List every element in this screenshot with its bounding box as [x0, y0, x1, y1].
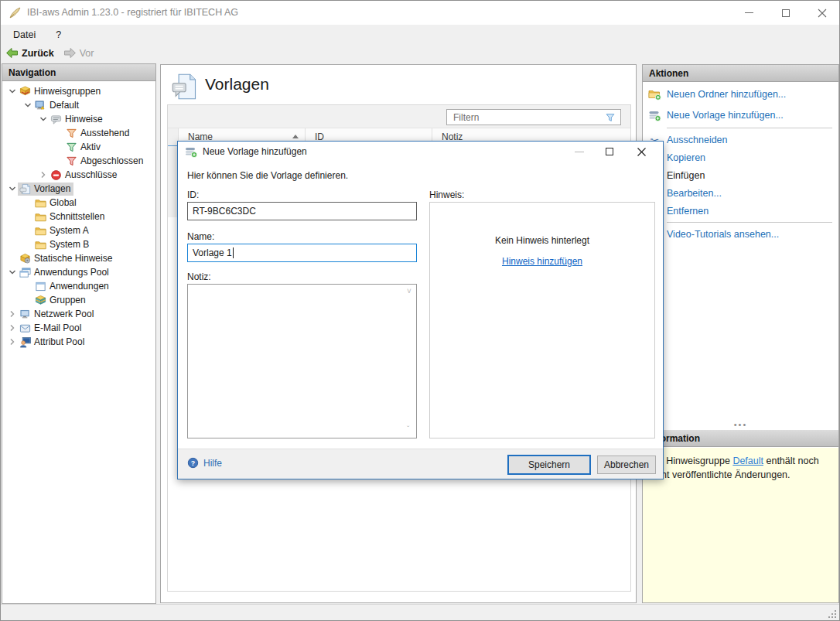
expander-open-icon[interactable]	[22, 101, 33, 110]
navigation-panel: Navigation HinweisgruppenDefaultHinweise…	[2, 63, 156, 604]
actions-divider	[667, 222, 832, 223]
sidebar-item-statische-hinweise[interactable]: Statische Hinweise	[2, 251, 155, 265]
tree-item-label: Ausstehend	[80, 127, 132, 140]
tree-item-body: Aktiv	[64, 141, 104, 154]
sidebar-item-hinweisgruppen[interactable]: Hinweisgruppen	[2, 84, 155, 98]
filter-input[interactable]	[447, 111, 604, 124]
menu-help[interactable]: ?	[48, 26, 69, 43]
sidebar-item-system-a[interactable]: System A	[2, 223, 155, 237]
tree-item-label: Anwendungs Pool	[33, 266, 112, 279]
dialog-maximize-button[interactable]	[595, 142, 624, 162]
template-add-icon	[185, 145, 197, 158]
forward-button[interactable]: Vor	[59, 45, 99, 62]
tree-item-body: Hinweise	[49, 113, 106, 126]
information-body: Die Hinweisgruppe Default enthält noch n…	[643, 448, 838, 602]
action-entfernen[interactable]: Entfernen	[643, 202, 838, 220]
sidebar-item-ausschl-sse[interactable]: Ausschlüsse	[2, 168, 155, 182]
window-minimize-button[interactable]	[732, 1, 767, 25]
action-bearbeiten[interactable]: Bearbeiten...	[643, 184, 838, 202]
action-neue-vorlage-hinzuf-gen[interactable]: Neue Vorlage hinzufügen...	[643, 104, 838, 125]
sidebar-item-default[interactable]: Default	[2, 98, 155, 112]
tree-item-label: Statische Hinweise	[33, 252, 115, 265]
resize-grip[interactable]	[827, 608, 837, 618]
sidebar-item-ausstehend[interactable]: Ausstehend	[2, 126, 155, 140]
menu-datei[interactable]: Datei	[5, 26, 43, 43]
sidebar-item-netzwerk-pool[interactable]: Netzwerk Pool	[2, 307, 155, 321]
action-ausschneiden[interactable]: ✂Ausschneiden	[643, 131, 838, 148]
expander-open-icon[interactable]	[7, 87, 18, 96]
action-neuen-ordner-hinzuf-gen[interactable]: Neuen Ordner hinzufügen...	[643, 84, 838, 104]
expander-closed-icon[interactable]	[7, 337, 18, 346]
name-label: Name:	[187, 231, 214, 242]
folder-icon	[35, 225, 46, 237]
speech-bubble-icon	[50, 114, 62, 125]
panel-splitter[interactable]: •••	[643, 421, 838, 428]
sidebar-item-anwendungs-pool[interactable]: Anwendungs Pool	[2, 265, 155, 279]
window-maximize-button[interactable]	[768, 1, 803, 25]
expander-closed-icon[interactable]	[38, 170, 49, 179]
dialog-footer: ? Hilfe Speichern Abbrechen	[178, 449, 663, 479]
sidebar-item-anwendungen[interactable]: Anwendungen	[2, 279, 155, 293]
sidebar-item-abgeschlossen[interactable]: Abgeschlossen	[2, 154, 155, 168]
network-icon	[19, 309, 31, 320]
filter-funnel-icon[interactable]	[604, 112, 616, 123]
dialog-minimize-button	[565, 142, 594, 162]
tree-item-body: Schnittstellen	[33, 210, 108, 223]
maximize-icon	[782, 9, 790, 17]
name-field[interactable]: Vorlage 1	[187, 244, 417, 262]
scroll-up-icon[interactable]: ˅	[407, 288, 411, 295]
title-bar: IBI-aws Admin 1.23.0 - registriert für I…	[1, 1, 839, 25]
action-kopieren[interactable]: Kopieren	[643, 148, 838, 166]
default-group-link[interactable]: Default	[732, 456, 763, 466]
sidebar-item-attribut-pool[interactable]: Attribut Pool	[2, 335, 155, 349]
actions-list: Neuen Ordner hinzufügen...Neue Vorlage h…	[643, 84, 838, 243]
dialog-close-button[interactable]	[627, 142, 656, 162]
exclusion-icon	[50, 169, 62, 181]
sidebar-item-gruppen[interactable]: Gruppen	[2, 293, 155, 307]
save-button[interactable]: Speichern	[507, 455, 591, 475]
cancel-button[interactable]: Abbrechen	[597, 456, 656, 474]
action-video-tutorials-ansehen[interactable]: Video-Tutorials ansehen...	[643, 225, 838, 243]
tree-item-label: System A	[49, 224, 92, 237]
back-button[interactable]: Zurück	[1, 45, 59, 62]
scroll-down-icon[interactable]: ˇ	[407, 426, 409, 434]
template-icon	[19, 183, 31, 195]
action-label: Neue Vorlage hinzufügen...	[667, 110, 784, 121]
tree-item-label: E-Mail Pool	[33, 322, 84, 335]
minimize-icon	[575, 152, 584, 152]
sidebar-item-system-b[interactable]: System B	[2, 237, 155, 251]
expander-open-icon[interactable]	[38, 114, 49, 124]
close-icon	[818, 9, 827, 18]
expander-closed-icon[interactable]	[7, 309, 18, 319]
hinweis-add-link[interactable]: Hinweis hinzufügen	[502, 256, 582, 267]
tree-item-label: Netzwerk Pool	[33, 308, 97, 321]
help-link[interactable]: ? Hilfe	[187, 457, 222, 469]
back-label: Zurück	[22, 48, 54, 59]
funnel-red-icon	[66, 155, 77, 167]
expander-open-icon[interactable]	[7, 268, 18, 277]
sidebar-item-e-mail-pool[interactable]: E-Mail Pool	[2, 321, 155, 335]
tree-item-label: Vorlagen	[33, 183, 73, 196]
folder-icon	[35, 211, 46, 223]
neue-vorlage-dialog: Neue Vorlage hinzufügen Hier können Sie …	[177, 141, 664, 479]
tree-item-body: Ausschlüsse	[49, 169, 120, 182]
id-field[interactable]	[187, 202, 417, 220]
sidebar-item-aktiv[interactable]: Aktiv	[2, 140, 155, 154]
tree-item-label: Anwendungen	[49, 280, 112, 293]
sidebar-item-hinweise[interactable]: Hinweise	[2, 112, 155, 126]
expander-open-icon[interactable]	[7, 184, 18, 193]
action-einf-gen: Einfügen	[643, 166, 838, 184]
action-label: Bearbeiten...	[667, 188, 722, 199]
notiz-field[interactable]	[187, 284, 417, 438]
folder-icon	[35, 197, 46, 209]
back-arrow-icon	[5, 47, 19, 59]
expander-closed-icon[interactable]	[7, 323, 18, 333]
tree-item-label: Ausschlüsse	[64, 169, 120, 182]
app-windows-icon	[19, 267, 31, 278]
tree-item-body: Ausstehend	[64, 127, 132, 140]
sidebar-item-global[interactable]: Global	[2, 196, 155, 210]
tree-item-label: Global	[49, 196, 80, 210]
sidebar-item-schnittstellen[interactable]: Schnittstellen	[2, 210, 155, 223]
sidebar-item-vorlagen[interactable]: Vorlagen	[2, 182, 155, 196]
window-close-button[interactable]	[804, 1, 839, 25]
